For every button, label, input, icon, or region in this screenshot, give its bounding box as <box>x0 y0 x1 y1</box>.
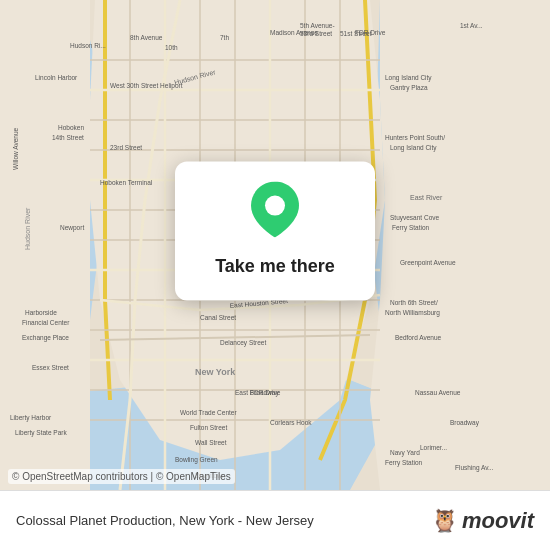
svg-text:Hoboken Terminal: Hoboken Terminal <box>100 179 153 186</box>
svg-text:Hunters Point South/: Hunters Point South/ <box>385 134 445 141</box>
svg-text:West 30th Street Heliport: West 30th Street Heliport <box>110 82 183 90</box>
svg-text:5th Avenue-: 5th Avenue- <box>300 22 335 29</box>
svg-text:53rd Street: 53rd Street <box>300 30 332 37</box>
svg-text:North 6th Street/: North 6th Street/ <box>390 299 438 306</box>
svg-text:Exchange Place: Exchange Place <box>22 334 69 342</box>
svg-text:1st Av...: 1st Av... <box>460 22 483 29</box>
svg-text:East River: East River <box>410 194 443 201</box>
svg-text:Broadway: Broadway <box>450 419 480 427</box>
svg-text:Fulton Street: Fulton Street <box>190 424 227 431</box>
svg-text:7th: 7th <box>220 34 229 41</box>
svg-text:Long Island City: Long Island City <box>385 74 432 82</box>
svg-text:World Trade Center: World Trade Center <box>180 409 237 416</box>
svg-text:Gantry Plaza: Gantry Plaza <box>390 84 428 92</box>
svg-text:Willow Avenue: Willow Avenue <box>12 127 19 170</box>
svg-text:Financial Center: Financial Center <box>22 319 70 326</box>
svg-text:Bowling Green: Bowling Green <box>175 456 218 464</box>
svg-text:Long Island City: Long Island City <box>390 144 437 152</box>
svg-text:Corlears Hook: Corlears Hook <box>270 419 312 426</box>
svg-text:Ferry Station: Ferry Station <box>385 459 423 467</box>
svg-text:Nassau Avenue: Nassau Avenue <box>415 389 461 396</box>
svg-text:FDR Drive: FDR Drive <box>250 389 281 396</box>
footer: Colossal Planet Production, New York - N… <box>0 490 550 550</box>
map-container: Hudson River East River New York Hudson … <box>0 0 550 490</box>
svg-text:North Williamsburg: North Williamsburg <box>385 309 440 317</box>
svg-text:Lorimer...: Lorimer... <box>420 444 447 451</box>
map-attribution: © OpenStreetMap contributors | © OpenMap… <box>8 469 235 484</box>
map-pin <box>205 182 345 238</box>
svg-text:23rd Street: 23rd Street <box>110 144 142 151</box>
moovit-owl-icon: 🦉 <box>431 508 458 534</box>
svg-text:Wall Street: Wall Street <box>195 439 227 446</box>
svg-text:8th Avenue: 8th Avenue <box>130 34 163 41</box>
moovit-brand-text: moovit <box>462 508 534 534</box>
cta-card: Take me there <box>175 162 375 301</box>
svg-text:Newport: Newport <box>60 224 84 232</box>
svg-text:Greenpoint Avenue: Greenpoint Avenue <box>400 259 456 267</box>
svg-point-85 <box>265 196 285 216</box>
svg-text:Hudson Ri...: Hudson Ri... <box>70 42 106 49</box>
svg-text:Canal Street: Canal Street <box>200 314 236 321</box>
svg-text:Ferry Station: Ferry Station <box>392 224 430 232</box>
svg-text:Delancey Street: Delancey Street <box>220 339 266 347</box>
svg-text:Navy Yard: Navy Yard <box>390 449 420 457</box>
svg-text:Liberty State Park: Liberty State Park <box>15 429 67 437</box>
svg-text:Hudson River: Hudson River <box>24 207 31 250</box>
moovit-logo: 🦉 moovit <box>431 508 534 534</box>
svg-text:10th: 10th <box>165 44 178 51</box>
svg-text:Bedford Avenue: Bedford Avenue <box>395 334 442 341</box>
svg-text:Lincoln Harbor: Lincoln Harbor <box>35 74 78 81</box>
svg-text:14th Street: 14th Street <box>52 134 84 141</box>
svg-text:51st Street: 51st Street <box>340 30 372 37</box>
svg-text:Flushing Av...: Flushing Av... <box>455 464 494 472</box>
svg-text:Essex Street: Essex Street <box>32 364 69 371</box>
svg-text:Harborside: Harborside <box>25 309 57 316</box>
svg-text:Liberty Harbor: Liberty Harbor <box>10 414 52 422</box>
svg-text:Hoboken: Hoboken <box>58 124 84 131</box>
svg-text:New York: New York <box>195 367 236 377</box>
route-label: Colossal Planet Production, New York - N… <box>16 513 314 528</box>
svg-text:Stuyvesant Cove: Stuyvesant Cove <box>390 214 440 222</box>
take-me-there-button[interactable]: Take me there <box>215 252 335 281</box>
